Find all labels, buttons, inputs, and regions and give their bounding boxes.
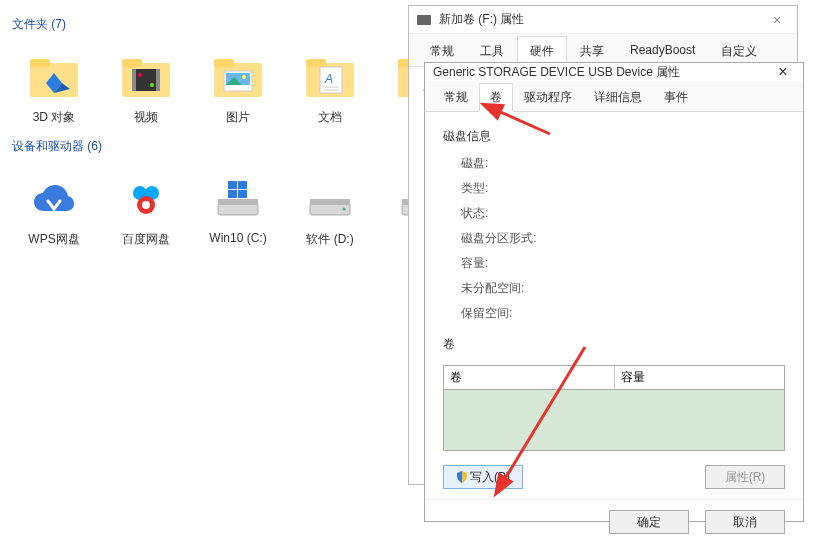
- tab-general[interactable]: 常规: [433, 83, 479, 112]
- drive-c[interactable]: Win10 (C:): [192, 167, 284, 252]
- svg-point-37: [343, 208, 346, 211]
- drive-label: 百度网盘: [122, 231, 170, 248]
- folders-header: 文件夹 (7): [12, 16, 472, 33]
- folder-label: 文档: [318, 109, 342, 126]
- svg-rect-12: [214, 59, 234, 67]
- properties-button[interactable]: 属性(R): [705, 465, 785, 489]
- dialog2-tabs: 常规 卷 驱动程序 详细信息 事件: [425, 81, 803, 112]
- volume-table-body[interactable]: [444, 390, 784, 450]
- drive-wps[interactable]: WPS网盘: [8, 167, 100, 252]
- tab-volume[interactable]: 卷: [479, 83, 513, 112]
- info-row-type: 类型:: [461, 180, 785, 197]
- drives-header: 设备和驱动器 (6): [12, 138, 472, 155]
- info-row-partition: 磁盘分区形式:: [461, 230, 785, 247]
- folder-icon: A: [298, 49, 362, 105]
- write-button[interactable]: 写入(P): [443, 465, 523, 489]
- svg-rect-31: [228, 181, 237, 189]
- dialog1-titlebar: 新加卷 (F:) 属性 ×: [409, 6, 797, 34]
- folder-icon: [114, 49, 178, 105]
- info-row-status: 状态:: [461, 205, 785, 222]
- folder-label: 图片: [226, 109, 250, 126]
- cancel-button[interactable]: 取消: [705, 510, 785, 534]
- folder-icon: [22, 49, 86, 105]
- write-button-label: 写入(P): [470, 469, 510, 486]
- svg-rect-36: [310, 199, 350, 205]
- device-properties-dialog: Generic STORAGE DEVICE USB Device 属性 × 常…: [424, 62, 804, 522]
- svg-rect-18: [306, 59, 326, 67]
- close-icon[interactable]: ×: [765, 12, 789, 28]
- info-row-unallocated: 未分配空间:: [461, 280, 785, 297]
- svg-rect-30: [218, 199, 258, 205]
- disk-info-label: 磁盘信息: [443, 128, 785, 145]
- hdd-icon: [298, 171, 362, 227]
- svg-point-9: [138, 73, 142, 77]
- wps-cloud-icon: [22, 171, 86, 227]
- drive-label: 软件 (D:): [306, 231, 353, 248]
- drive-label: WPS网盘: [28, 231, 79, 248]
- svg-rect-34: [238, 190, 247, 198]
- folder-label: 3D 对象: [33, 109, 76, 126]
- folder-icon: [206, 49, 270, 105]
- svg-rect-33: [228, 190, 237, 198]
- dialog2-title: Generic STORAGE DEVICE USB Device 属性: [433, 64, 771, 81]
- svg-rect-5: [122, 59, 142, 67]
- drive-label: Win10 (C:): [209, 231, 266, 245]
- svg-rect-7: [132, 69, 136, 91]
- folders-grid: 3D 对象 视频 图片 A 文档 下: [8, 45, 472, 130]
- volume-table-header: 卷 容量: [444, 366, 784, 390]
- tab-details[interactable]: 详细信息: [583, 83, 653, 112]
- dialog1-title: 新加卷 (F:) 属性: [439, 11, 765, 28]
- drive-d[interactable]: 软件 (D:): [284, 167, 376, 252]
- tab-driver[interactable]: 驱动程序: [513, 83, 583, 112]
- svg-rect-1: [30, 59, 50, 67]
- volume-label: 卷: [443, 336, 785, 353]
- folder-videos[interactable]: 视频: [100, 45, 192, 130]
- drive-icon: [417, 15, 431, 25]
- folder-pictures[interactable]: 图片: [192, 45, 284, 130]
- dialog2-body: 磁盘信息 磁盘: 类型: 状态: 磁盘分区形式: 容量: 未分配空间: 保留空间…: [425, 112, 803, 499]
- svg-rect-6: [132, 69, 160, 91]
- action-buttons: 写入(P) 属性(R): [443, 465, 785, 489]
- svg-text:A: A: [324, 72, 333, 86]
- svg-point-10: [150, 83, 154, 87]
- close-icon[interactable]: ×: [771, 63, 795, 81]
- folder-documents[interactable]: A 文档: [284, 45, 376, 130]
- dialog2-footer: 确定 取消: [425, 499, 803, 542]
- ok-button[interactable]: 确定: [609, 510, 689, 534]
- folder-3d-objects[interactable]: 3D 对象: [8, 45, 100, 130]
- drive-baidu[interactable]: 百度网盘: [100, 167, 192, 252]
- svg-point-28: [142, 201, 150, 209]
- folder-label: 视频: [134, 109, 158, 126]
- drives-grid: WPS网盘 百度网盘 Win10 (C:) 软件 (D:) Win: [8, 167, 472, 252]
- svg-point-16: [242, 75, 246, 79]
- shield-icon: [456, 471, 468, 483]
- col-capacity[interactable]: 容量: [615, 366, 785, 389]
- col-volume[interactable]: 卷: [444, 366, 615, 389]
- windows-drive-icon: [206, 171, 270, 227]
- tab-events[interactable]: 事件: [653, 83, 699, 112]
- info-row-disk: 磁盘:: [461, 155, 785, 172]
- info-row-capacity: 容量:: [461, 255, 785, 272]
- svg-rect-8: [156, 69, 160, 91]
- volume-table: 卷 容量: [443, 365, 785, 451]
- svg-rect-32: [238, 181, 247, 189]
- dialog2-titlebar: Generic STORAGE DEVICE USB Device 属性 ×: [425, 63, 803, 81]
- info-row-reserved: 保留空间:: [461, 305, 785, 322]
- baidu-cloud-icon: [114, 171, 178, 227]
